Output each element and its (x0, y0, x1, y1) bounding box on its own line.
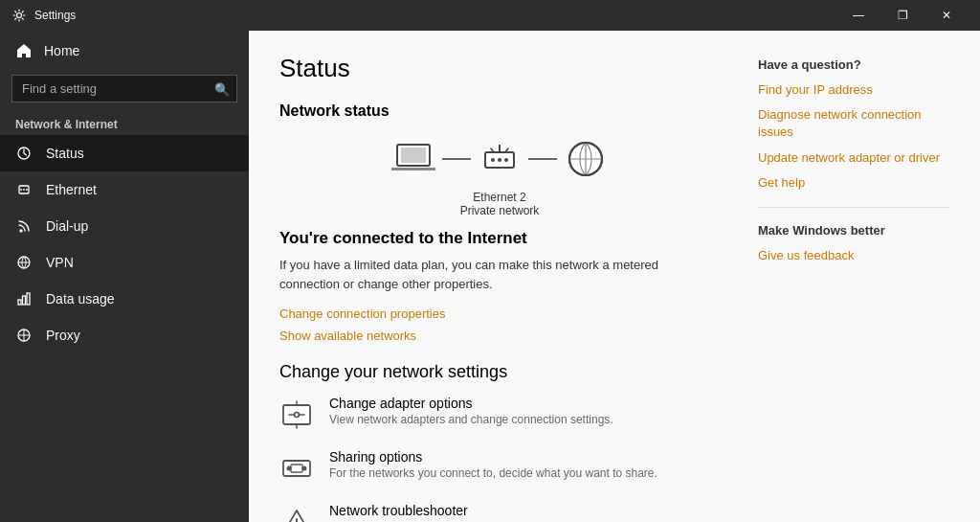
sharing-text: Sharing options For the networks you con… (329, 449, 657, 480)
connected-title: You're connected to the Internet (279, 229, 720, 248)
have-question-title: Have a question? (758, 57, 949, 72)
sidebar-item-vpn[interactable]: VPN (0, 244, 249, 281)
get-help-link[interactable]: Get help (758, 174, 949, 192)
vpn-label: VPN (46, 255, 74, 270)
setting-item-sharing: Sharing options For the networks you con… (279, 449, 720, 486)
titlebar-title: Settings (34, 9, 76, 22)
sharing-desc: For the networks you connect to, decide … (329, 466, 657, 480)
find-ip-link[interactable]: Find your IP address (758, 81, 949, 99)
close-button[interactable]: ✕ (924, 0, 969, 31)
laptop-diagram-icon (385, 135, 442, 183)
diagnose-link[interactable]: Diagnose network connection issues (758, 106, 949, 141)
setting-item-adapter: Change adapter options View network adap… (279, 396, 720, 432)
troubleshooter-title: Network troubleshooter (329, 503, 512, 518)
sidebar-section-title: Network & Internet (0, 110, 249, 135)
datausage-icon (15, 290, 33, 307)
svg-point-0 (17, 13, 22, 18)
troubleshooter-icon (279, 505, 314, 522)
home-label: Home (44, 43, 79, 58)
sidebar-item-dialup[interactable]: Dial-up (0, 208, 249, 244)
page-title: Status (279, 54, 720, 83)
content-main: Status Network status (279, 54, 720, 499)
sidebar-item-proxy[interactable]: Proxy (0, 317, 249, 353)
diagram-container (385, 135, 614, 183)
setting-item-troubleshooter: Network troubleshooter Diagnose and fix … (279, 503, 720, 522)
adapter-title: Change adapter options (329, 396, 613, 411)
sidebar-item-datausage[interactable]: Data usage (0, 281, 249, 317)
status-icon (15, 145, 33, 162)
network-status-title: Network status (279, 102, 720, 120)
search-input[interactable] (11, 75, 237, 102)
right-panel: Have a question? Find your IP address Di… (758, 54, 949, 499)
proxy-label: Proxy (46, 328, 80, 343)
diagram-line-1 (442, 158, 471, 160)
svg-rect-9 (401, 148, 426, 163)
svg-point-3 (20, 230, 22, 232)
sharing-icon (279, 451, 314, 486)
connected-desc: If you have a limited data plan, you can… (279, 256, 720, 293)
proxy-icon (15, 327, 33, 344)
sharing-title: Sharing options (329, 449, 657, 465)
adapter-icon (279, 397, 314, 432)
svg-rect-19 (291, 465, 302, 472)
update-driver-link[interactable]: Update network adapter or driver (758, 149, 949, 167)
datausage-label: Data usage (46, 291, 115, 306)
home-icon (15, 42, 33, 59)
titlebar: Settings — ❐ ✕ (0, 0, 980, 31)
svg-point-20 (287, 466, 292, 471)
adapter-text: Change adapter options View network adap… (329, 396, 613, 426)
svg-rect-4 (18, 300, 21, 305)
svg-rect-5 (23, 296, 26, 305)
main-layout: Home 🔍 Network & Internet Status (0, 31, 980, 522)
svg-point-21 (302, 466, 307, 471)
show-networks-link[interactable]: Show available networks (279, 329, 416, 343)
make-better-title: Make Windows better (758, 223, 949, 238)
troubleshooter-text: Network troubleshooter Diagnose and fix … (329, 503, 512, 522)
sidebar-item-home[interactable]: Home (0, 31, 249, 71)
sidebar-item-ethernet[interactable]: Ethernet (0, 171, 249, 208)
adapter-desc: View network adapters and change connect… (329, 413, 613, 426)
dialup-label: Dial-up (46, 218, 88, 234)
router-diagram-icon (471, 135, 528, 183)
minimize-button[interactable]: — (836, 0, 880, 31)
maximize-button[interactable]: ❐ (880, 0, 924, 31)
change-connection-link[interactable]: Change connection properties (279, 306, 445, 321)
right-divider (758, 207, 949, 208)
settings-icon (11, 8, 27, 23)
search-icon: 🔍 (214, 81, 230, 96)
svg-rect-6 (27, 293, 30, 305)
titlebar-left: Settings (11, 8, 76, 23)
status-label: Status (46, 146, 84, 161)
network-diagram: Ethernet 2 Private network (279, 135, 720, 217)
sidebar-item-status[interactable]: Status (0, 135, 249, 171)
svg-point-11 (491, 158, 495, 162)
svg-point-13 (504, 158, 508, 162)
svg-point-12 (498, 158, 501, 162)
sidebar-search[interactable]: 🔍 (11, 75, 237, 102)
ethernet-label: Ethernet (46, 182, 97, 197)
ethernet-icon (15, 181, 33, 198)
change-settings-title: Change your network settings (279, 362, 720, 382)
globe-diagram-icon (557, 135, 614, 183)
vpn-icon (15, 254, 33, 271)
content-area: Status Network status (249, 31, 980, 522)
svg-rect-16 (283, 405, 310, 424)
dialup-icon (15, 217, 33, 235)
sidebar: Home 🔍 Network & Internet Status (0, 31, 249, 522)
titlebar-controls: — ❐ ✕ (836, 0, 969, 31)
diagram-line-2 (528, 158, 557, 160)
diagram-label: Ethernet 2 Private network (460, 191, 540, 217)
feedback-link[interactable]: Give us feedback (758, 247, 949, 264)
